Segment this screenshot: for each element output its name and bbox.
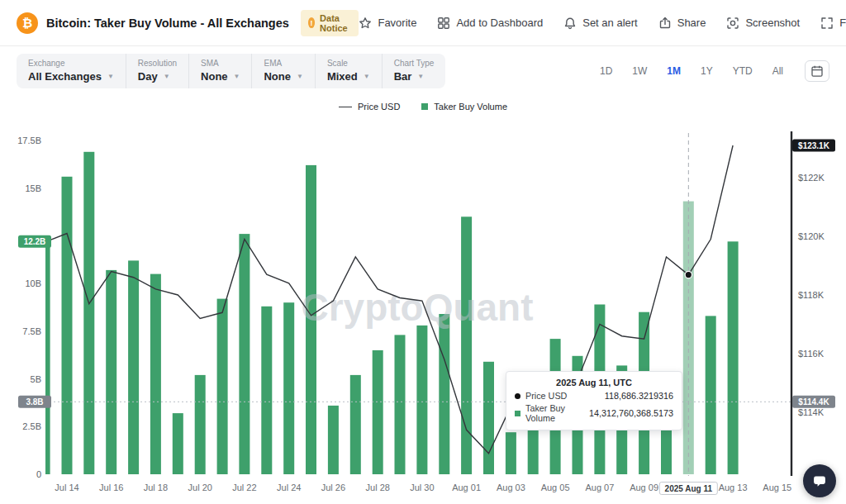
x-axis-label: Jul 14	[55, 483, 78, 492]
resolution-select[interactable]: Resolution Day▼	[126, 54, 189, 88]
chart-type-select[interactable]: Chart Type Bar▼	[383, 54, 446, 88]
chat-bubble-icon	[811, 473, 828, 489]
chat-widget-button[interactable]	[803, 464, 836, 497]
left-axis-label: 17.5B	[17, 136, 41, 145]
volume-bar[interactable]	[261, 307, 272, 474]
x-axis-label: Aug 01	[452, 483, 481, 492]
range-1y[interactable]: 1Y	[699, 64, 715, 78]
exchange-label: Exchange	[28, 59, 114, 68]
x-axis-label: Jul 22	[232, 483, 256, 492]
crosshair-date-badge: 2025 Aug 11	[659, 483, 717, 495]
left-axis-label: 10B	[25, 278, 41, 288]
volume-bar[interactable]	[283, 302, 294, 474]
x-axis-label: Aug 07	[585, 483, 614, 492]
volume-bar[interactable]	[395, 335, 406, 474]
chart-toolbar: Exchange All Exchanges▼ Resolution Day▼ …	[0, 51, 846, 91]
ema-label: EMA	[264, 59, 302, 68]
volume-bar[interactable]	[506, 432, 516, 474]
svg-text:2025 Aug 11: 2025 Aug 11	[665, 484, 713, 493]
bell-icon	[563, 17, 577, 30]
chart-type-label: Chart Type	[394, 59, 435, 68]
right-axis-label: $114K	[798, 407, 825, 417]
data-notice-badge[interactable]: ! Data Notice	[301, 10, 359, 36]
calendar-icon	[810, 64, 824, 78]
volume-bar[interactable]	[483, 362, 494, 474]
fullscreen-button[interactable]: Full	[820, 17, 846, 30]
range-1d[interactable]: 1D	[598, 64, 614, 78]
volume-marker-icon	[515, 411, 520, 416]
volume-bar[interactable]	[373, 350, 383, 474]
range-selector: 1D 1W 1M 1Y YTD All	[598, 60, 829, 82]
tooltip-volume-label: Taker Buy Volume	[525, 403, 584, 423]
range-1m[interactable]: 1M	[665, 64, 682, 78]
range-ytd[interactable]: YTD	[731, 64, 754, 78]
x-axis-label: Aug 03	[497, 483, 525, 492]
chevron-down-icon: ▼	[297, 73, 303, 80]
chart-legend: Price USD Taker Buy Volume	[0, 102, 846, 112]
x-axis-label: Jul 18	[144, 483, 168, 492]
chart-type-value: Bar	[394, 70, 412, 83]
legend-price-usd[interactable]: Price USD	[339, 102, 400, 112]
x-axis-label: Aug 15	[763, 483, 791, 492]
left-axis-label: 2.5B	[22, 421, 41, 431]
volume-bar[interactable]	[195, 375, 206, 474]
volume-bar[interactable]	[350, 375, 361, 474]
volume-bar[interactable]	[239, 234, 250, 474]
set-alert-button[interactable]: Set an alert	[563, 17, 638, 30]
right-axis-label: $120K	[798, 231, 825, 241]
range-1w[interactable]: 1W	[630, 64, 649, 78]
favorite-button[interactable]: Favorite	[359, 17, 416, 30]
chart-tooltip: 2025 Aug 11, UTC Price USD 118,686.32193…	[506, 371, 682, 430]
tooltip-row-price: Price USD 118,686.3219316	[515, 391, 673, 401]
volume-bar[interactable]	[461, 216, 472, 474]
date-range-picker-button[interactable]	[805, 60, 829, 82]
x-axis-label: Aug 13	[719, 483, 748, 492]
sma-label: SMA	[201, 59, 240, 68]
sma-select[interactable]: SMA None▼	[189, 54, 252, 88]
svg-text:12.2B: 12.2B	[24, 237, 46, 246]
volume-bar[interactable]	[173, 413, 183, 474]
chevron-down-icon: ▼	[417, 73, 424, 80]
bitcoin-logo-icon: ₿	[17, 12, 38, 34]
chart-canvas[interactable]: CryptoQuant02.5B5B7.5B10B15B17.5B$114K$1…	[0, 128, 846, 504]
bar-swatch-icon	[421, 103, 428, 110]
volume-bar[interactable]	[83, 152, 94, 474]
volume-bar[interactable]	[328, 406, 339, 474]
volume-bar[interactable]	[62, 177, 73, 474]
watermark: CryptoQuant	[301, 286, 533, 329]
legend-volume-label: Taker Buy Volume	[434, 102, 507, 112]
left-axis-label: 15B	[25, 183, 41, 193]
legend-taker-buy-volume[interactable]: Taker Buy Volume	[421, 102, 507, 112]
price-marker-icon	[515, 393, 520, 399]
latest-volume-badge: 12.2B	[18, 235, 51, 248]
screenshot-button[interactable]: Screenshot	[726, 17, 800, 30]
data-notice-label: Data Notice	[320, 13, 351, 33]
share-button[interactable]: Share	[658, 17, 706, 30]
volume-bar[interactable]	[416, 326, 427, 474]
volume-bar[interactable]	[106, 270, 116, 474]
volume-bar[interactable]	[128, 260, 139, 474]
header-actions: Favorite Add to Dashboard Set an alert S…	[359, 17, 846, 30]
volume-bar[interactable]	[150, 274, 161, 474]
volume-bar[interactable]	[728, 241, 739, 474]
volume-bar[interactable]	[439, 314, 449, 474]
x-axis-label: Jul 16	[99, 483, 123, 492]
header: ₿ Bitcoin: Taker Buy Volume - All Exchan…	[0, 0, 846, 46]
x-axis-label: Jul 30	[410, 483, 434, 492]
ema-select[interactable]: EMA None▼	[252, 54, 315, 88]
volume-bar[interactable]	[40, 235, 50, 474]
star-icon	[359, 17, 372, 30]
volume-bar[interactable]	[706, 316, 716, 474]
x-axis-label: Jul 26	[321, 483, 345, 492]
scale-select[interactable]: Scale Mixed▼	[316, 54, 383, 88]
x-axis-label: Jul 20	[188, 483, 212, 492]
crosshair-volume-badge: 3.8B	[18, 396, 51, 408]
svg-text:3.8B: 3.8B	[26, 397, 43, 407]
add-to-dashboard-button[interactable]: Add to Dashboard	[437, 17, 543, 30]
screenshot-label: Screenshot	[745, 17, 800, 29]
svg-text:$123.1K: $123.1K	[798, 141, 830, 150]
volume-bar[interactable]	[217, 299, 228, 474]
chart-area[interactable]: CryptoQuant02.5B5B7.5B10B15B17.5B$114K$1…	[0, 128, 846, 504]
exchange-select[interactable]: Exchange All Exchanges▼	[17, 54, 126, 88]
range-all[interactable]: All	[771, 64, 785, 78]
